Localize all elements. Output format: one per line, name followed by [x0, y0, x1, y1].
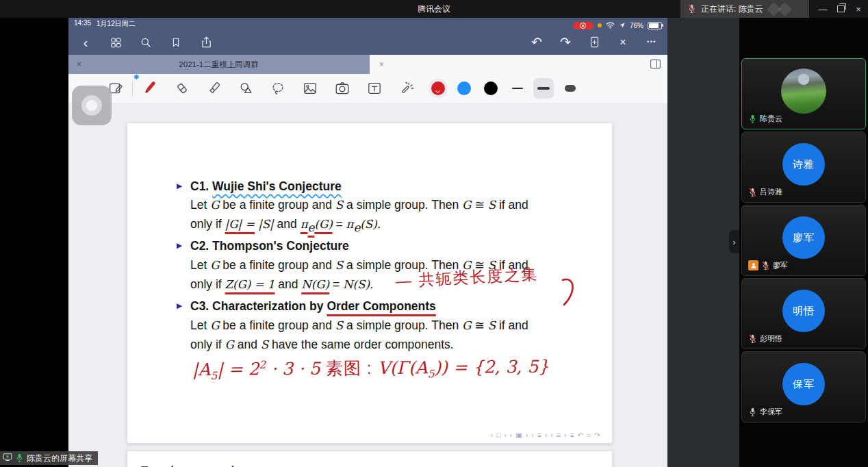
- panel-divider-strip: ›: [667, 18, 739, 467]
- participant-name: 廖军: [773, 260, 788, 270]
- c1-title: C1. Wujie Shi's Conjecture: [190, 179, 342, 193]
- avatar: 廖军: [782, 216, 825, 259]
- beamer-nav-symbols: ‹ □ › ‹ ▣ › ‹ ≡ › ‹ ≡ › ≡ ↶ ○ ↷: [491, 431, 601, 439]
- participant-panel: 陈贵云 诗雅 吕诗雅 廖军: [739, 18, 868, 467]
- pencil-bluetooth-icon: ✱: [133, 73, 139, 81]
- tab-document[interactable]: × 2021-1二重模上同调群: [68, 55, 370, 74]
- bullet-icon: ▶: [177, 241, 182, 249]
- handwritten-formula: |A5| = 22 · 3 · 5 素图 : V(Γ(A5)) = {2, 3,…: [192, 355, 550, 383]
- participant-namebar: 彭明悟: [745, 332, 787, 345]
- c3-line2: only if G and S have the same order comp…: [190, 338, 454, 352]
- bookmark-button[interactable]: [168, 35, 183, 50]
- speaking-label: 正在讲话: 陈贵云: [701, 3, 763, 15]
- bullet-icon: ▶: [177, 181, 182, 190]
- color-swatch-black[interactable]: [484, 81, 498, 95]
- recording-pill: [573, 22, 593, 29]
- mic-icon: [748, 407, 757, 417]
- add-page-button[interactable]: [587, 35, 602, 50]
- more-button[interactable]: •••: [644, 35, 659, 50]
- window-titlebar: 腾讯会议 正在讲话: 陈贵云 — ×: [0, 0, 868, 18]
- participant-name: 彭明悟: [760, 333, 782, 344]
- speaking-indicator: 正在讲话: 陈贵云: [680, 0, 809, 18]
- participant-name: 李保军: [760, 407, 782, 417]
- restore-button[interactable]: [831, 0, 850, 18]
- participant-tile[interactable]: 诗雅 吕诗雅: [741, 131, 866, 203]
- document-tab-bar: × 2021-1二重模上同调群 ×: [68, 55, 667, 74]
- avatar: [781, 68, 826, 114]
- sharer-mic-icon: [15, 453, 24, 463]
- color-swatch-blue[interactable]: [457, 81, 471, 95]
- c3-title: C3. Characterization by Order Components: [190, 299, 436, 313]
- redo-button[interactable]: ↷: [558, 35, 573, 50]
- participant-namebar: 廖军: [745, 259, 792, 272]
- mic-in-use-dot: [598, 23, 602, 27]
- c1-line2: only if |G| = |S| and πe(G) = πe(S).: [190, 217, 381, 234]
- lasso-tool[interactable]: [270, 81, 286, 96]
- pen-tool-selected[interactable]: ✱: [141, 79, 157, 97]
- clock: 14:35: [74, 19, 91, 29]
- tencent-meeting-window: 腾讯会议 正在讲话: 陈贵云 — × 14:35 1月12日周二: [0, 0, 868, 467]
- eraser-tool[interactable]: [175, 81, 190, 96]
- assistive-touch-button[interactable]: [72, 86, 112, 125]
- notes-app-toolbar: ‹ ↶ ↷ × •: [68, 29, 667, 55]
- stroke-width-thick[interactable]: [560, 78, 580, 99]
- notes-canvas[interactable]: ▶C1. Wujie Shi's Conjecture Let G be a f…: [68, 103, 667, 467]
- laser-pointer-tool[interactable]: [399, 81, 415, 96]
- handwritten-flourish: [559, 277, 576, 307]
- pen-toolbar: ✱: [68, 74, 667, 103]
- participant-namebar: 李保军: [745, 405, 787, 418]
- ipad-status-bar: 14:35 1月12日周二 76%: [68, 18, 667, 29]
- undo-button[interactable]: ↶: [529, 35, 544, 50]
- image-tool[interactable]: [303, 81, 318, 95]
- text-tool[interactable]: [367, 81, 382, 95]
- tab-close-icon[interactable]: ×: [77, 60, 81, 69]
- stroke-width-medium-selected[interactable]: [533, 78, 554, 99]
- participant-tile[interactable]: 廖军 廖军: [741, 205, 866, 276]
- close-button[interactable]: ×: [849, 0, 868, 18]
- participant-namebar: 陈贵云: [745, 112, 787, 125]
- camera-tool[interactable]: [335, 81, 350, 96]
- exit-button[interactable]: ×: [615, 35, 630, 50]
- slide-page: ▶C1. Wujie Shi's Conjecture Let G be a f…: [127, 123, 613, 444]
- c2-title: C2. Thompson's Conjecture: [190, 239, 349, 253]
- date: 1月12日周二: [97, 19, 136, 29]
- share-button[interactable]: [199, 35, 214, 50]
- avatar: 保军: [782, 363, 825, 405]
- tab-active[interactable]: ×: [370, 55, 667, 74]
- stroke-width-thin[interactable]: [507, 78, 528, 99]
- participant-tile[interactable]: 保军 李保军: [741, 351, 866, 422]
- participant-tile[interactable]: 明悟 彭明悟: [741, 278, 866, 349]
- highlighter-tool[interactable]: [207, 81, 222, 96]
- screen-share-icon: [3, 452, 12, 464]
- mic-icon: [748, 114, 757, 124]
- avatar: 明悟: [782, 290, 825, 332]
- bullet-icon: ▶: [177, 301, 182, 310]
- muted-mic-icon: [687, 4, 696, 14]
- back-button[interactable]: ‹: [78, 35, 93, 50]
- c1-line1: Let G be a finite group and S a simple g…: [190, 198, 528, 212]
- screen-share-overlay: 陈贵云的屏幕共享: [0, 451, 98, 465]
- screen-share-label: 陈贵云的屏幕共享: [27, 453, 92, 464]
- minimize-button[interactable]: —: [813, 0, 832, 18]
- host-badge-icon: [748, 260, 758, 270]
- participant-name: 吕诗雅: [760, 187, 782, 197]
- sidebar-toggle-icon[interactable]: [649, 58, 662, 73]
- battery-percent: 76%: [630, 22, 643, 29]
- tab-title: 2021-1二重模上同调群: [81, 60, 356, 70]
- c2-line2: only if Z(G) = 1 and N(G) = N(S).: [190, 277, 373, 292]
- color-swatch-red-selected[interactable]: [429, 79, 448, 98]
- mic-icon: [748, 334, 757, 344]
- participant-namebar: 吕诗雅: [745, 186, 787, 199]
- participant-name: 陈贵云: [760, 114, 782, 124]
- next-slide-title: Background: [140, 462, 235, 467]
- search-button[interactable]: [138, 35, 153, 50]
- meeting-logo-ghost: [778, 2, 792, 16]
- shapes-tool[interactable]: [239, 81, 255, 96]
- thumbnails-grid-button[interactable]: [108, 35, 123, 50]
- tab-close-icon[interactable]: ×: [379, 60, 384, 69]
- c3-line1: Let G be a finite group and S a simple g…: [190, 318, 528, 333]
- next-slide-page: Background: [127, 451, 613, 467]
- panel-collapse-button[interactable]: ›: [729, 230, 739, 253]
- participant-tile[interactable]: 陈贵云: [741, 58, 866, 129]
- shared-screen: 14:35 1月12日周二 76% ‹: [68, 18, 667, 467]
